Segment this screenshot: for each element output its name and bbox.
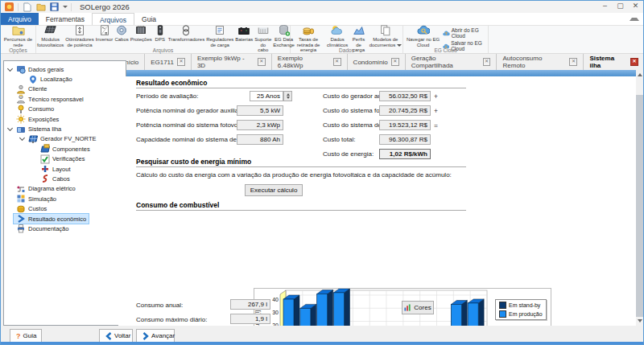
ribbon-button-cloud-navigate[interactable]: Navegar no EG Cloud (403, 26, 443, 47)
tree-expander-icon[interactable] (6, 68, 14, 71)
ribbon-tab-arquivo[interactable]: Arquivo (1, 13, 39, 25)
document-tab-eg1711[interactable]: EG1711✕ (145, 54, 192, 70)
tree-item-localiza-o[interactable]: Localização (4, 74, 126, 84)
ribbon-button-climate-data[interactable]: Dados climáticos (326, 26, 349, 47)
ribbon-button-pv-module[interactable]: Módulos fotovoltaicos (36, 26, 64, 47)
back-icon (105, 332, 112, 340)
economic-result-icon (16, 214, 26, 224)
close-tab-icon[interactable]: ✕ (177, 58, 185, 66)
tree-item-cliente[interactable]: Cliente (4, 84, 126, 94)
tree-item-cabos[interactable]: Cabos (4, 174, 126, 183)
tree-item-sistema-ilha[interactable]: Sistema Ilha (4, 124, 126, 133)
tree-item-exposi-es[interactable]: Exposições (4, 114, 126, 124)
tree-item-t-cnico-respons-vel[interactable]: Técnico responsável (4, 94, 126, 104)
max-daily-consumption-label: Consumo máximo diário: (136, 316, 207, 323)
open-folder-icon[interactable] (35, 2, 46, 12)
island-system-icon (16, 125, 26, 134)
close-tab-icon[interactable]: ✕ (630, 58, 638, 66)
ribbon-button-inverter[interactable]: Inversor (95, 26, 114, 43)
ribbon: Percursos de redeOpçõesMódulos fotovolta… (1, 26, 644, 54)
ribbon-button-transformers[interactable]: Transformadores (167, 26, 205, 43)
ribbon-button-label: Inversor (96, 37, 114, 43)
periodo-avaliacao-input[interactable]: 25 Anos (250, 91, 283, 101)
ribbon-button-network-folder[interactable]: Percursos de rede (1, 26, 35, 47)
ribbon-tab-guia[interactable]: Guia (134, 13, 163, 25)
scrollbar-thumb[interactable] (636, 95, 644, 317)
document-tab-condom-nio[interactable]: Condomínio✕ (348, 54, 406, 70)
periodo-avaliacao-stepper[interactable] (283, 91, 292, 101)
tree-item-layout[interactable]: Layout (4, 164, 126, 174)
spin-up-icon[interactable] (287, 93, 290, 96)
document-tab-exemplo-6-48kwp[interactable]: Exemplo 6.48kWp✕ (272, 54, 348, 70)
legend-swatch (499, 302, 506, 309)
tree-item-verifica-es[interactable]: Verificações (4, 154, 126, 164)
close-button[interactable]: ✕ (628, 1, 643, 11)
ribbon-button-label: Modelos de documentos (369, 37, 402, 47)
field-value: 96.300,87 R$ (379, 134, 431, 145)
maximize-button[interactable]: ▢ (613, 1, 628, 11)
ribbon-button-batteries[interactable]: Baterias (234, 26, 254, 43)
cores-button[interactable]: Cores (402, 301, 434, 314)
ribbon-group-label: Arquivos (36, 47, 290, 53)
tree-item-componentes[interactable]: Componentes (4, 144, 126, 154)
spin-down-icon[interactable] (287, 97, 290, 99)
ribbon-tab-arquivos[interactable]: Arquivos (92, 13, 134, 25)
vertical-scrollbar[interactable] (636, 70, 644, 326)
ribbon-button-label: Abrir do EG Cloud (452, 27, 488, 39)
ribbon-collapse-icon[interactable] (630, 14, 639, 21)
energy-tax-icon (302, 24, 315, 37)
ribbon-group-label: EG Cloud (403, 47, 488, 53)
quick-access-dropdown-icon[interactable] (63, 6, 68, 8)
close-tab-icon[interactable]: ✕ (391, 58, 399, 66)
legend-swatch (499, 310, 506, 318)
doc-templates-icon (379, 24, 392, 37)
close-tab-icon[interactable]: ✕ (333, 58, 341, 66)
minimize-button[interactable]: – (597, 1, 613, 11)
ribbon-button-protections[interactable]: Proteções (130, 26, 153, 43)
new-document-icon[interactable] (22, 2, 32, 12)
tree-item-custos[interactable]: Custos (4, 203, 126, 213)
tree-item-gerador-fv-norte[interactable]: Gerador FV_NORTE (4, 134, 126, 144)
tree-item-diagrama-el-trico[interactable]: Diagrama elétrico (4, 184, 126, 194)
cloud-open-icon (443, 30, 450, 37)
ribbon-button-power-optimizer[interactable]: Otimizadores de potência (64, 26, 94, 47)
field-label: Custo de energia: (323, 150, 374, 158)
ribbon-tab-ferramentas[interactable]: Ferramentas (39, 13, 92, 25)
close-tab-icon[interactable]: ✕ (569, 58, 577, 66)
document-tab-sistema-ilha[interactable]: Sistema ilha✕ (584, 54, 644, 70)
ribbon-button-doc-templates[interactable]: Modelos de documentos (369, 26, 402, 47)
tree-item-label: Exposições (28, 116, 59, 123)
ribbon-button-cloud-open[interactable]: Abrir do EG Cloud (443, 27, 488, 39)
navigation-tree: Dados geraisLocalizaçãoClienteTécnico re… (3, 60, 126, 326)
eg-data-exchange-icon (278, 24, 291, 37)
document-tab-bar: InícioEG1711✕Exemplo 9kWp - 3D✕Exemplo 6… (118, 54, 644, 70)
close-tab-icon[interactable]: ✕ (258, 58, 266, 66)
technician-icon (16, 94, 26, 104)
document-tab-autoconsumo-remoto[interactable]: Autoconsumo Remoto✕ (497, 54, 584, 70)
tree-expander-icon[interactable] (6, 128, 14, 130)
power-optimizer-icon (73, 24, 86, 37)
document-tab-exemplo-9kwp-3d[interactable]: Exemplo 9kWp - 3D✕ (192, 54, 272, 70)
document-tab-gera-o-compartilhada[interactable]: Geração Compartilhada✕ (406, 54, 497, 70)
ribbon-button-charge-regulator[interactable]: Reguladores de carga (205, 26, 234, 47)
avancar-button[interactable]: Avançar (136, 329, 175, 343)
ribbon-group-eg-cloud: Navegar no EG CloudAbrir do EG CloudSalv… (403, 26, 489, 53)
scroll-up-icon[interactable] (638, 73, 642, 76)
guia-button[interactable]: ? Guia (10, 329, 42, 343)
avancar-button-label: Avançar (151, 332, 175, 339)
close-tab-icon[interactable]: ✕ (483, 58, 491, 66)
ribbon-button-dps[interactable]: DPS (153, 26, 167, 43)
tree-item-documenta-o[interactable]: Documentação (4, 224, 126, 233)
tree-item-dados-gerais[interactable]: Dados gerais (4, 64, 126, 74)
save-icon[interactable] (49, 2, 60, 12)
tree-item-resultado-econ-mico[interactable]: Resultado econômico (4, 214, 126, 224)
scroll-down-icon[interactable] (638, 319, 642, 322)
executar-calculo-button[interactable]: Executar cálculo (245, 184, 303, 196)
ribbon-button-cables-round[interactable]: Cabos (114, 26, 129, 43)
voltar-button[interactable]: Voltar (99, 329, 133, 343)
annual-consumption-label: Consumo anual: (136, 302, 183, 309)
tree-expander-icon[interactable] (19, 138, 26, 140)
ribbon-group-arquivos: Módulos fotovoltaicosOtimizadores de pot… (36, 26, 291, 53)
tree-item-consumo[interactable]: Consumo (4, 105, 126, 114)
tree-item-simula-o[interactable]: Simulação (4, 194, 126, 203)
